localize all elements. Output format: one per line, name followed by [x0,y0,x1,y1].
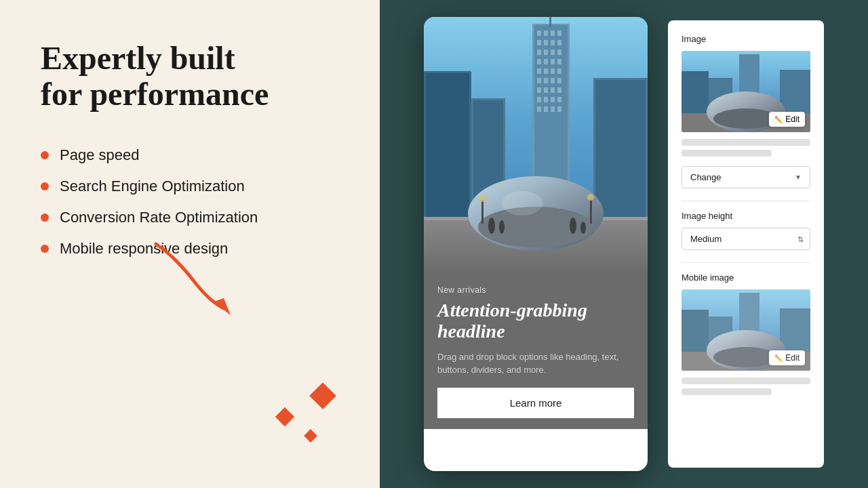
svg-rect-39 [557,106,561,112]
change-label: Change [690,172,722,182]
headline: Expertly built for performance [41,41,339,113]
headline-line1: Expertly built [41,40,235,76]
bullet-icon [41,151,49,159]
list-item: Page speed [41,146,339,164]
mobile-edit-label: Edit [785,353,800,363]
svg-rect-12 [537,49,541,55]
chevron-down-icon: ▼ [795,174,802,181]
svg-rect-38 [551,106,555,112]
image-height-select-wrapper: Small Medium Large ⇅ [682,228,810,250]
image-section-title: Image [682,34,810,44]
svg-rect-13 [544,49,548,55]
svg-rect-62 [682,71,709,119]
svg-rect-18 [551,59,555,64]
edit-button[interactable]: ✏️ Edit [769,112,805,127]
arrow-decoration [136,230,244,321]
change-button[interactable]: Change ▼ [682,166,810,188]
svg-marker-0 [214,298,231,315]
pencil-icon: ✏️ [774,116,783,123]
svg-rect-70 [682,310,709,357]
svg-rect-8 [537,40,541,45]
svg-rect-34 [551,97,555,102]
svg-rect-35 [557,97,561,102]
svg-rect-15 [557,49,561,55]
feature-label: Conversion Rate Optimization [60,209,258,226]
svg-rect-28 [537,87,541,93]
divider [682,201,810,201]
right-panel: New arrivals Attention-grabbing headline… [380,0,868,488]
placeholder-line [682,378,810,384]
svg-rect-21 [544,68,548,74]
list-item: Search Engine Optimization [41,178,339,195]
svg-point-51 [502,191,542,216]
svg-rect-33 [544,97,548,102]
phone-headline: Attention-grabbing headline [437,300,634,342]
placeholder-line-short [682,150,772,157]
phone-content-area: New arrivals Attention-grabbing headline… [424,274,648,429]
svg-rect-46 [595,80,646,218]
feature-label: Search Engine Optimization [60,178,245,195]
svg-rect-7 [557,30,561,36]
image-height-title: Image height [682,211,810,221]
left-panel: Expertly built for performance Page spee… [0,0,380,488]
svg-rect-23 [557,68,561,74]
mobile-placeholder-lines [682,378,810,395]
phone-description: Drag and drop block options like heading… [437,350,634,377]
svg-point-53 [499,220,505,234]
phone-hero-image [424,17,648,274]
headline-line2: for performance [41,76,269,112]
svg-rect-42 [426,73,469,218]
pencil-icon: ✏️ [774,354,783,362]
svg-rect-56 [481,200,484,224]
placeholder-lines [682,139,810,157]
svg-rect-14 [551,49,555,55]
svg-rect-19 [557,59,561,64]
placeholder-line-short [682,388,772,395]
diamond-small [304,429,317,443]
divider [682,262,810,263]
svg-rect-5 [544,30,548,36]
placeholder-line [682,139,810,146]
svg-point-54 [570,218,576,234]
bullet-icon [41,245,49,253]
svg-rect-30 [551,87,555,93]
mobile-image-preview: ✏️ Edit [682,289,810,371]
image-height-select[interactable]: Small Medium Large [682,228,810,250]
svg-rect-22 [551,68,555,74]
svg-point-55 [580,222,586,234]
svg-rect-9 [544,40,548,45]
svg-rect-58 [590,199,592,224]
mobile-image-title: Mobile image [682,272,810,283]
svg-rect-17 [544,59,548,64]
list-item: Conversion Rate Optimization [41,209,339,226]
svg-rect-36 [537,106,541,112]
svg-rect-32 [537,97,541,102]
svg-rect-24 [537,78,541,83]
diamond-large [309,382,336,409]
bullet-icon [41,214,49,222]
decorative-shapes [271,380,339,447]
svg-rect-16 [537,59,541,64]
svg-point-59 [587,194,594,201]
svg-rect-6 [551,30,555,36]
svg-rect-4 [537,30,541,36]
edit-label: Edit [785,115,800,124]
svg-rect-20 [537,68,541,74]
svg-rect-27 [557,78,561,83]
feature-label: Page speed [60,146,139,164]
svg-point-52 [488,218,495,234]
settings-panel: Image [668,20,824,468]
bullet-icon [41,182,49,190]
image-preview: ✏️ Edit [682,51,810,132]
phone-tag: New arrivals [437,285,634,295]
svg-rect-25 [544,78,548,83]
mobile-edit-button[interactable]: ✏️ Edit [769,350,805,365]
learn-more-button[interactable]: Learn more [437,388,634,418]
svg-rect-26 [551,78,555,83]
svg-rect-31 [557,87,561,93]
svg-rect-37 [544,106,548,112]
diamond-medium [275,407,294,426]
svg-rect-11 [557,40,561,45]
svg-rect-10 [551,40,555,45]
phone-mockup: New arrivals Attention-grabbing headline… [424,17,648,471]
